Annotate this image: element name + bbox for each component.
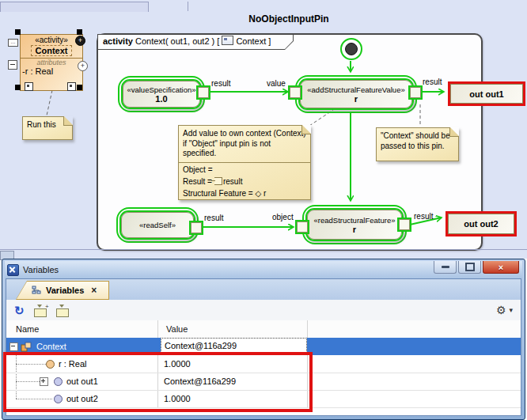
class-stereotype: «activity» [21,36,82,44]
note-result-label: Result = [183,177,212,186]
selection-handle[interactable] [15,29,21,35]
selection-handle[interactable] [77,85,82,90]
row-value[interactable]: 1.0000 [161,390,310,407]
gear-caret-icon[interactable]: ▾ [509,306,513,314]
out1-label: out out1 [450,84,523,104]
output-pin-result[interactable] [410,87,421,98]
row-name[interactable]: out out2 [66,390,98,407]
pin-note[interactable]: "Context" should be passed to this pin. [376,127,459,161]
tab-label: Variables [46,286,84,295]
variables-toolbar: ↻ ⚙ ▾ [6,300,521,321]
add-watch-icon[interactable] [34,308,47,317]
remove-watch-icon[interactable] [56,308,69,317]
frame-signature: Context( out1, out2 ) [ [133,36,219,46]
note-object-line: Object = [179,164,310,176]
object-value-icon [54,395,63,403]
note-feature-label: Structural Feature = [183,189,253,198]
pin-label-value: value [267,79,286,88]
read-self-action[interactable]: «readSelf» [116,207,199,243]
variables-tabbar: Variables × [6,279,521,301]
expand-plus-icon[interactable]: + [78,61,88,71]
frame-header[interactable]: activity Context( out1, out2 ) [Context … [97,34,294,50]
compartment-manipulator-icon[interactable] [25,82,33,91]
result-pin-icon [214,177,222,185]
row-name[interactable]: r : Real [59,355,86,373]
context-object-icon [21,342,32,352]
frame-context-ref: Context ] [236,36,271,46]
initial-node[interactable] [340,38,362,60]
value-specification-action[interactable]: «valueSpecification» 1.0 [118,76,205,112]
pin-label-result: result [423,78,442,86]
parameter-node-out2[interactable]: out out2 [445,211,517,236]
expand-expander-icon[interactable] [40,377,48,386]
variables-titlebar[interactable]: Variables × [5,261,522,278]
note-body: Add value to own context (Context) if "O… [179,126,310,161]
row-value[interactable]: Context@116a299 [161,373,310,390]
close-button[interactable]: × [483,261,519,274]
read-self-stereotype: «readSelf» [121,221,194,229]
attributes-compartment-label: attributes [21,59,82,66]
row-name[interactable]: out out1 [66,373,98,390]
edit-manipulator-icon[interactable]: ... [8,39,18,47]
row-value[interactable]: 1.0000 [161,355,310,373]
maximize-button[interactable] [458,261,481,274]
close-icon: × [499,263,503,272]
run-this-note[interactable]: Run this [22,116,73,140]
column-header-value[interactable]: Value [157,320,317,338]
refresh-icon[interactable]: ↻ [14,305,25,316]
selection-handle[interactable] [77,29,82,35]
variables-window-title: Variables [23,265,59,274]
note-result-value: result [223,177,242,186]
input-pin-object[interactable] [297,221,308,233]
minimize-button[interactable] [434,261,457,274]
value-spec-name: 1.0 [123,94,200,104]
output-pin-result[interactable] [191,222,202,233]
read-feature-stereotype: «readStructuralFeature» [307,216,402,225]
column-header-name[interactable]: Name [6,320,166,338]
tab-close-icon[interactable]: × [91,285,97,296]
minimize-icon [442,266,449,268]
maximize-icon [465,263,475,271]
collapse-manipulator-icon[interactable] [8,60,17,70]
table-row-context[interactable]: Context Context@116a299 [6,338,521,355]
variables-window[interactable]: Variables × [2,259,525,420]
variables-body: Variables × ↻ ⚙ ▾ Name Value [6,278,521,416]
screenshot-root: NoObjectInputPin activity Context( out1 [0,0,527,420]
parameter-node-out1[interactable]: out out1 [448,81,525,106]
constraint-note[interactable]: Add value to own context (Context) if "O… [178,125,311,200]
table-row-out2[interactable]: out out2 1.0000 [6,390,521,408]
real-value-icon [46,360,55,369]
activity-diagram-icon [222,36,233,45]
class-name[interactable]: Context [31,45,73,56]
output-pin-result[interactable] [399,219,410,230]
add-feature-stereotype: «addStructuralFeatureValue» [300,85,412,94]
object-value-icon [54,377,63,386]
row-name[interactable]: Context [36,338,66,355]
selection-handle[interactable] [15,85,21,90]
variables-window-icon [7,264,19,276]
read-structural-feature-action[interactable]: «readStructuralFeature» r [302,205,407,244]
collapse-expander-icon[interactable] [9,342,18,351]
table-header: Name Value [6,320,521,339]
gear-icon[interactable]: ⚙ [496,304,506,316]
pin-label-result: result [204,214,223,222]
add-plus-icon[interactable]: + [75,36,85,46]
tab-variables[interactable]: Variables × [16,281,109,300]
initial-node-dot [345,43,358,55]
variables-tree-icon [32,286,42,295]
value-spec-stereotype: «valueSpecification» [123,85,200,94]
row-value[interactable]: Context@116a299 [161,338,307,354]
frame-keyword: activity [103,36,133,46]
note-feature-value: r [264,189,266,198]
compartment-manipulator-icon[interactable] [67,82,76,91]
pin-label-result: result [414,212,433,221]
output-pin-result[interactable] [198,87,209,98]
table-row-r-real[interactable]: r : Real 1.0000 [6,355,521,373]
diamond-icon: ◇ [255,189,261,198]
diagram-canvas[interactable]: NoObjectInputPin activity Context( out1 [0,0,527,259]
pin-note-text: "Context" should be passed to this pin. [377,128,458,153]
input-pin-value[interactable] [290,87,301,98]
add-structural-feature-value-action[interactable]: «addStructuralFeatureValue» r [295,75,417,113]
table-row-out1[interactable]: out out1 Context@116a299 [6,373,521,391]
class-attribute[interactable]: -r : Real [21,66,82,76]
